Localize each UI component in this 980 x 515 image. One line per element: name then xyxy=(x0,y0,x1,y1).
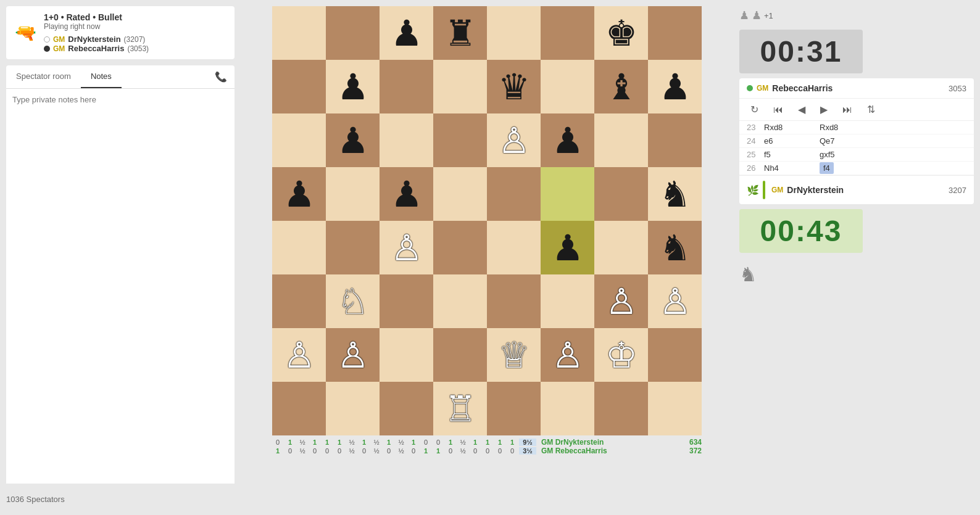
timer-top-display: 00:31 xyxy=(760,35,842,68)
cell-6-1[interactable]: ♙ xyxy=(326,328,380,382)
cell-3-0[interactable]: ♟ xyxy=(272,167,326,221)
cell-5-4[interactable] xyxy=(487,274,541,328)
cell-0-5[interactable] xyxy=(541,6,594,60)
online-dot-top xyxy=(747,85,753,91)
cell-1-2[interactable] xyxy=(380,60,433,113)
cell-2-0[interactable] xyxy=(272,113,326,167)
moves-controls: ↻ ⏮ ◀ ▶ ⏭ ⇅ xyxy=(739,99,974,121)
cell-6-3[interactable] xyxy=(433,328,487,382)
cell-1-0[interactable] xyxy=(272,60,326,113)
cell-6-0[interactable]: ♙ xyxy=(272,328,326,382)
cell-6-5[interactable]: ♙ xyxy=(541,328,594,382)
piece-3-2: ♟ xyxy=(391,176,423,212)
cell-4-4[interactable] xyxy=(487,221,541,274)
flip-btn[interactable]: ⇅ xyxy=(863,102,879,117)
prev-btn[interactable]: ◀ xyxy=(794,102,809,117)
cell-2-7[interactable] xyxy=(648,113,702,167)
cell-3-2[interactable]: ♟ xyxy=(380,167,433,221)
cell-2-6[interactable] xyxy=(594,113,648,167)
cell-4-3[interactable] xyxy=(433,221,487,274)
cell-0-3[interactable]: ♜ xyxy=(433,6,487,60)
cell-0-2[interactable]: ♟ xyxy=(380,6,433,60)
top-player-rating: 3053 xyxy=(949,84,966,93)
cell-5-0[interactable] xyxy=(272,274,326,328)
cell-1-1[interactable]: ♟ xyxy=(326,60,380,113)
cell-5-6[interactable]: ♙ xyxy=(594,274,648,328)
cell-3-1[interactable] xyxy=(326,167,380,221)
cell-3-6[interactable] xyxy=(594,167,648,221)
cell-1-7[interactable]: ♟ xyxy=(648,60,702,113)
piece-0-3: ♜ xyxy=(444,15,476,51)
game-subtitle: Playing right now xyxy=(44,22,149,31)
cell-7-5[interactable] xyxy=(541,382,594,435)
cell-7-7[interactable] xyxy=(648,382,702,435)
timer-bottom: 00:43 xyxy=(739,209,863,253)
piece-6-5: ♙ xyxy=(552,337,584,373)
cell-3-7[interactable]: ♞ xyxy=(648,167,702,221)
cell-4-0[interactable] xyxy=(272,221,326,274)
cell-5-1[interactable]: ♘ xyxy=(326,274,380,328)
cell-4-7[interactable]: ♞ xyxy=(648,221,702,274)
cell-6-4[interactable]: ♕ xyxy=(487,328,541,382)
piece-1-6: ♝ xyxy=(605,69,637,105)
cell-5-2[interactable] xyxy=(380,274,433,328)
cell-0-1[interactable] xyxy=(326,6,380,60)
tab-spectator[interactable]: Spectator room xyxy=(6,65,81,88)
cell-0-0[interactable] xyxy=(272,6,326,60)
cell-2-2[interactable] xyxy=(380,113,433,167)
cell-7-1[interactable] xyxy=(326,382,380,435)
cell-2-4[interactable]: ♙ xyxy=(487,113,541,167)
cell-2-1[interactable]: ♟ xyxy=(326,113,380,167)
cell-6-7[interactable] xyxy=(648,328,702,382)
horse-piece-icon: ♞ xyxy=(739,263,974,286)
score-player-name: GM RebeccaHarris xyxy=(541,447,607,455)
notes-input[interactable] xyxy=(6,89,235,484)
cell-5-7[interactable]: ♙ xyxy=(648,274,702,328)
top-player-header: GM RebeccaHarris 3053 xyxy=(739,78,974,99)
cell-0-4[interactable] xyxy=(487,6,541,60)
cell-6-6[interactable]: ♔ xyxy=(594,328,648,382)
cell-3-5[interactable] xyxy=(541,167,594,221)
cell-4-5[interactable]: ♟ xyxy=(541,221,594,274)
cell-3-3[interactable] xyxy=(433,167,487,221)
timer-bottom-display: 00:43 xyxy=(760,215,842,247)
cell-7-0[interactable] xyxy=(272,382,326,435)
move-row: 26Nh4f4 xyxy=(739,162,974,175)
phone-icon[interactable]: 📞 xyxy=(207,66,235,88)
cell-4-1[interactable] xyxy=(326,221,380,274)
piece-3-7: ♞ xyxy=(659,176,691,212)
refresh-btn[interactable]: ↻ xyxy=(747,102,762,117)
first-btn[interactable]: ⏮ xyxy=(770,103,787,117)
piece-6-1: ♙ xyxy=(337,337,369,373)
tab-notes[interactable]: Notes xyxy=(81,65,122,88)
piece-1-7: ♟ xyxy=(659,69,691,105)
cell-2-5[interactable]: ♟ xyxy=(541,113,594,167)
player1-row: GM DrNykterstein (3207) xyxy=(44,35,149,44)
lichess-icon: 🌿 xyxy=(747,184,759,196)
cell-0-6[interactable]: ♚ xyxy=(594,6,648,60)
cell-4-6[interactable] xyxy=(594,221,648,274)
cell-1-5[interactable] xyxy=(541,60,594,113)
chess-board: ♟♜♚♟♛♝♟♟♙♟♟♟♞♙♟♞♘♙♙♙♙♕♙♔♖ xyxy=(272,6,702,435)
piece-6-6: ♔ xyxy=(605,337,637,373)
last-btn[interactable]: ⏭ xyxy=(839,103,856,117)
cell-7-2[interactable] xyxy=(380,382,433,435)
cell-7-4[interactable] xyxy=(487,382,541,435)
player2-title: GM xyxy=(53,44,65,53)
cell-4-2[interactable]: ♙ xyxy=(380,221,433,274)
cell-7-3[interactable]: ♖ xyxy=(433,382,487,435)
cell-5-5[interactable] xyxy=(541,274,594,328)
cell-6-2[interactable] xyxy=(380,328,433,382)
white-dot xyxy=(44,36,50,43)
cell-1-4[interactable]: ♛ xyxy=(487,60,541,113)
cell-5-3[interactable] xyxy=(433,274,487,328)
cell-7-6[interactable] xyxy=(594,382,648,435)
cell-1-3[interactable] xyxy=(433,60,487,113)
piece-5-1: ♘ xyxy=(337,284,369,319)
cell-0-7[interactable] xyxy=(648,6,702,60)
cell-3-4[interactable] xyxy=(487,167,541,221)
piece-4-5: ♟ xyxy=(552,230,584,266)
cell-1-6[interactable]: ♝ xyxy=(594,60,648,113)
next-btn[interactable]: ▶ xyxy=(816,102,831,117)
cell-2-3[interactable] xyxy=(433,113,487,167)
